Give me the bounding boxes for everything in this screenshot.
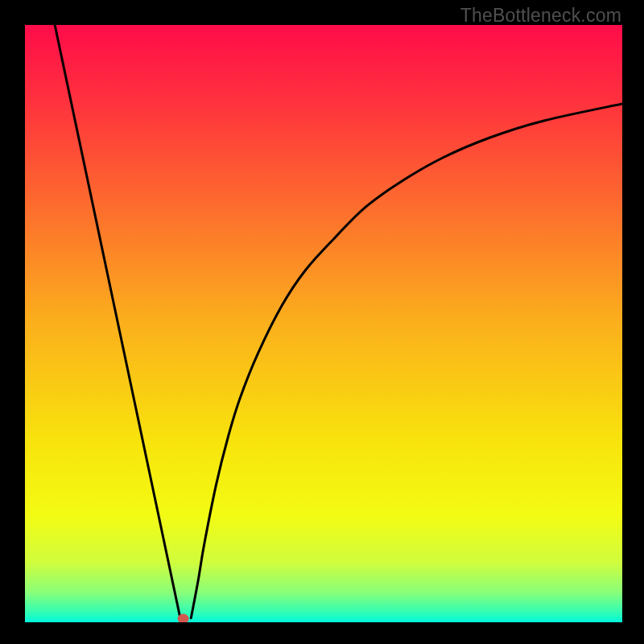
chart-background — [25, 25, 622, 622]
chart-plot-area — [25, 25, 622, 622]
watermark-text: TheBottleneck.com — [460, 5, 621, 27]
chart-frame: TheBottleneck.com — [0, 0, 644, 644]
chart-svg — [25, 25, 622, 622]
